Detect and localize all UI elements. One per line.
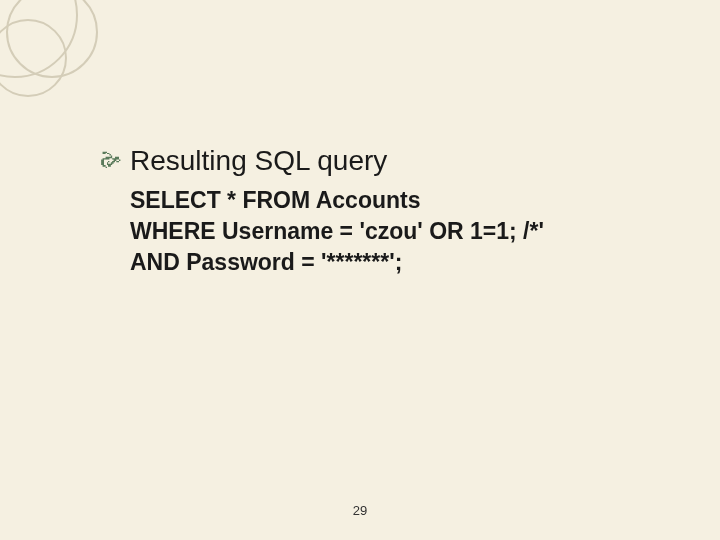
code-line: AND Password = '*******'; — [130, 247, 680, 278]
code-line: SELECT * FROM Accounts — [130, 185, 680, 216]
slide-heading: Resulting SQL query — [130, 145, 387, 177]
svg-point-2 — [0, 20, 66, 96]
corner-ornament — [0, 0, 120, 120]
code-line: WHERE Username = 'czou' OR 1=1; /*' — [130, 216, 680, 247]
bullet-icon: 🙞 — [100, 148, 122, 174]
slide-content: 🙞 Resulting SQL query SELECT * FROM Acco… — [100, 145, 680, 278]
heading-row: 🙞 Resulting SQL query — [100, 145, 680, 177]
svg-point-1 — [7, 0, 97, 77]
svg-point-0 — [0, 0, 77, 77]
page-number: 29 — [353, 503, 367, 518]
code-block: SELECT * FROM Accounts WHERE Username = … — [130, 185, 680, 278]
